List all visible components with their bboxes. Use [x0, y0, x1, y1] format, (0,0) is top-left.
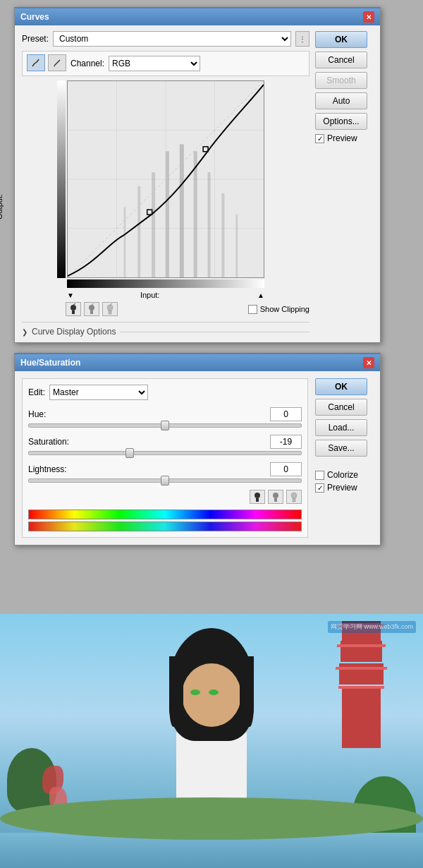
curves-cancel-button[interactable]: Cancel: [315, 52, 367, 68]
preset-menu-icon[interactable]: ⋮: [295, 31, 309, 47]
hue-slider-row: Hue: 0: [28, 407, 302, 428]
svg-line-0: [54, 60, 60, 66]
preview-row: ✓ Preview: [315, 483, 373, 493]
hue-value[interactable]: 0: [270, 407, 302, 421]
channel-row: Channel: RGB: [22, 51, 309, 76]
svg-rect-14: [194, 151, 197, 277]
preset-select[interactable]: Custom: [53, 31, 291, 47]
background-image-area: 网页学习网 www.web3fk.com: [0, 614, 423, 868]
svg-rect-9: [123, 207, 125, 277]
huesat-gray-eyedropper[interactable]: [268, 490, 283, 504]
saturation-label-row: Saturation: -19: [28, 435, 302, 449]
curve-display-label: Curve Display Options: [32, 327, 116, 337]
lightness-slider-track[interactable]: [28, 478, 302, 483]
curves-dialog: Curves ✕ Preset: Custom ⋮: [14, 7, 381, 343]
huesat-close-button[interactable]: ✕: [363, 357, 374, 368]
huesat-eyedropper-row: [28, 490, 302, 504]
curves-body: Preset: Custom ⋮ Channel: RGB: [15, 25, 380, 342]
saturation-slider-track[interactable]: [28, 451, 302, 455]
bottom-gradient-strip: [67, 279, 264, 288]
svg-rect-11: [152, 172, 155, 277]
pencil-tool[interactable]: [48, 54, 66, 71]
curve-display-options: ❯ Curve Display Options: [22, 322, 309, 337]
huesat-ok-button[interactable]: OK: [315, 378, 367, 395]
curves-ok-button[interactable]: OK: [315, 31, 367, 48]
svg-point-25: [89, 305, 94, 311]
svg-point-31: [255, 493, 260, 498]
curves-titlebar: Curves ✕: [15, 8, 380, 25]
preset-row: Preset: Custom ⋮: [22, 31, 309, 47]
channel-select[interactable]: RGB: [109, 56, 200, 71]
lightness-label-row: Lightness: 0: [28, 462, 302, 476]
black-point-icon: ▼: [67, 291, 74, 299]
expand-icon[interactable]: ❯: [22, 328, 27, 336]
huesat-preview-checkbox[interactable]: ✓: [315, 483, 324, 493]
huesat-dialog: Hue/Saturation ✕ Edit: Master Hue: 0: [14, 353, 381, 545]
curves-left-panel: Preset: Custom ⋮ Channel: RGB: [22, 31, 309, 337]
huesat-white-eyedropper[interactable]: [286, 490, 302, 504]
hue-input-spectrum: [28, 510, 302, 519]
curve-wrapper: ▼ Input: ▲: [57, 80, 309, 299]
curves-preview-checkbox[interactable]: ✓: [315, 134, 324, 143]
curve-svg: [68, 81, 264, 277]
edit-label: Edit:: [28, 387, 45, 397]
black-eyedropper-button[interactable]: [66, 302, 81, 316]
svg-rect-12: [166, 151, 169, 277]
hue-label: Hue:: [28, 409, 46, 419]
curves-options-button[interactable]: Options...: [315, 113, 367, 130]
colorize-label: Colorize: [327, 470, 358, 480]
channel-label: Channel:: [70, 59, 104, 68]
hue-label-row: Hue: 0: [28, 407, 302, 421]
island-platform: [0, 797, 423, 840]
svg-rect-15: [208, 172, 211, 277]
saturation-value[interactable]: -19: [270, 435, 302, 449]
edit-select[interactable]: Master: [49, 385, 148, 400]
svg-point-33: [273, 493, 278, 498]
watermark: 网页学习网 www.web3fk.com: [328, 621, 416, 633]
svg-rect-21: [72, 311, 75, 314]
saturation-slider-thumb[interactable]: [125, 448, 134, 458]
svg-rect-16: [221, 193, 224, 277]
huesat-save-button[interactable]: Save...: [315, 440, 367, 457]
saturation-slider-row: Saturation: -19: [28, 435, 302, 455]
gray-eyedropper-button[interactable]: [84, 302, 99, 316]
svg-rect-32: [274, 498, 277, 502]
hue-slider-track[interactable]: [28, 423, 302, 428]
colorize-checkbox[interactable]: [315, 471, 324, 480]
curve-container: Output:: [22, 80, 309, 299]
svg-point-22: [70, 305, 76, 311]
lightness-slider-thumb[interactable]: [161, 476, 169, 486]
input-label: Input:: [140, 291, 160, 299]
curve-canvas[interactable]: [67, 80, 264, 278]
edit-row: Edit: Master: [28, 385, 302, 400]
lightness-value[interactable]: 0: [270, 462, 302, 476]
huesat-cancel-button[interactable]: Cancel: [315, 399, 367, 416]
huesat-body: Edit: Master Hue: 0 Saturation: -19: [15, 371, 380, 545]
output-label: Output:: [0, 194, 4, 219]
saturation-label: Saturation:: [28, 437, 69, 447]
curves-smooth-button[interactable]: Smooth: [315, 72, 367, 89]
svg-rect-10: [137, 186, 140, 277]
white-eyedropper-button[interactable]: [102, 302, 118, 316]
pagoda-structure: [335, 621, 388, 748]
background-scene: 网页学习网 www.web3fk.com: [0, 614, 423, 868]
curve-column: ▼ Input: ▲: [67, 80, 264, 299]
curve-tools: [27, 54, 66, 71]
hue-output-spectrum: [28, 522, 302, 531]
huesat-black-eyedropper[interactable]: [250, 490, 265, 504]
svg-rect-27: [109, 311, 111, 314]
huesat-right-panel: OK Cancel Load... Save... Colorize ✓ Pre…: [315, 378, 373, 538]
svg-point-35: [291, 493, 297, 498]
curve-edit-tool[interactable]: [27, 54, 45, 71]
huesat-load-button[interactable]: Load...: [315, 419, 367, 436]
svg-line-29: [110, 303, 112, 305]
svg-rect-30: [256, 498, 259, 502]
curves-auto-button[interactable]: Auto: [315, 92, 367, 109]
curves-close-button[interactable]: ✕: [363, 11, 374, 23]
preset-label: Preset:: [22, 34, 49, 44]
show-clipping-row: Show Clipping: [248, 305, 309, 314]
svg-rect-24: [90, 311, 93, 314]
show-clipping-checkbox[interactable]: [248, 305, 257, 314]
hue-slider-thumb[interactable]: [161, 421, 169, 430]
svg-point-28: [107, 305, 113, 311]
